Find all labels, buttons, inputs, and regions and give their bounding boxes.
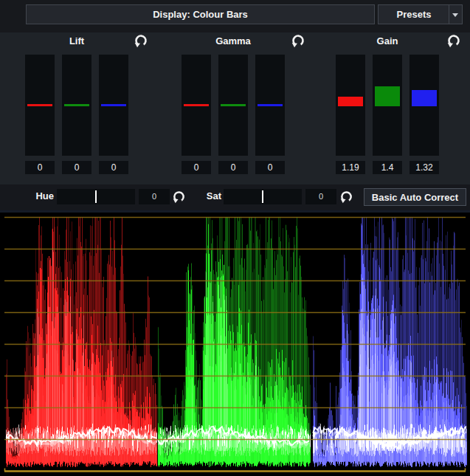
lift-green-value: 0	[62, 161, 91, 174]
group-lift: Lift 0 0 0	[18, 32, 152, 184]
lift-red-value: 0	[25, 161, 55, 174]
reset-sat-icon[interactable]	[339, 190, 354, 204]
group-title-lift: Lift	[40, 34, 114, 49]
sat-label: Sat	[193, 188, 221, 204]
lift-blue-slider[interactable]	[99, 55, 128, 156]
lift-green-slider[interactable]	[62, 55, 91, 156]
display-mode-button[interactable]: Display: Colour Bars	[26, 4, 375, 24]
reset-gamma-icon[interactable]	[291, 33, 305, 48]
gain-blue-slider[interactable]	[409, 55, 439, 156]
gain-green-slider[interactable]	[373, 55, 402, 156]
hue-slider[interactable]	[57, 189, 135, 204]
rgb-parade-scope	[0, 210, 470, 476]
reset-hue-icon[interactable]	[172, 190, 187, 204]
gain-red-value: 1.19	[336, 161, 365, 174]
gamma-green-slider[interactable]	[218, 55, 248, 156]
gamma-blue-slider[interactable]	[255, 55, 285, 156]
reset-gain-icon[interactable]	[446, 33, 461, 48]
lift-blue-value: 0	[99, 161, 128, 174]
colour-correct-panel: Display: Colour Bars Presets Lift 0 0 0 …	[0, 0, 470, 476]
gamma-red-value: 0	[182, 161, 211, 174]
hue-value: 0	[139, 189, 170, 204]
group-gamma: Gamma 0 0 0	[174, 32, 308, 184]
adjust-row: Hue 0 Sat 0 Basic Auto Correct	[0, 184, 470, 210]
sat-slider-handle[interactable]	[262, 190, 263, 203]
gamma-red-slider[interactable]	[182, 55, 211, 156]
top-bar: Display: Colour Bars Presets	[0, 0, 470, 32]
hue-label: Hue	[22, 188, 54, 204]
group-gain: Gain 1.19 1.4 1.32	[328, 32, 463, 184]
gain-red-slider[interactable]	[336, 55, 365, 156]
sat-slider[interactable]	[224, 189, 302, 204]
colour-groups: Lift 0 0 0 Gamma 0 0 0 Gain	[0, 32, 470, 184]
waveform-canvas	[0, 210, 470, 476]
gamma-blue-value: 0	[255, 161, 285, 174]
group-title-gain: Gain	[350, 34, 424, 49]
presets-button[interactable]: Presets	[378, 4, 463, 24]
gain-blue-value: 1.32	[409, 161, 439, 174]
gain-green-value: 1.4	[373, 161, 402, 174]
presets-label: Presets	[397, 9, 432, 20]
basic-auto-correct-button[interactable]: Basic Auto Correct	[364, 188, 466, 206]
group-title-gamma: Gamma	[196, 34, 270, 49]
lift-red-slider[interactable]	[25, 55, 55, 156]
presets-divider	[449, 5, 449, 24]
gamma-green-value: 0	[218, 161, 248, 174]
chevron-down-icon[interactable]	[452, 13, 458, 17]
reset-lift-icon[interactable]	[134, 33, 148, 48]
sat-value: 0	[305, 189, 336, 204]
hue-slider-handle[interactable]	[95, 190, 97, 203]
